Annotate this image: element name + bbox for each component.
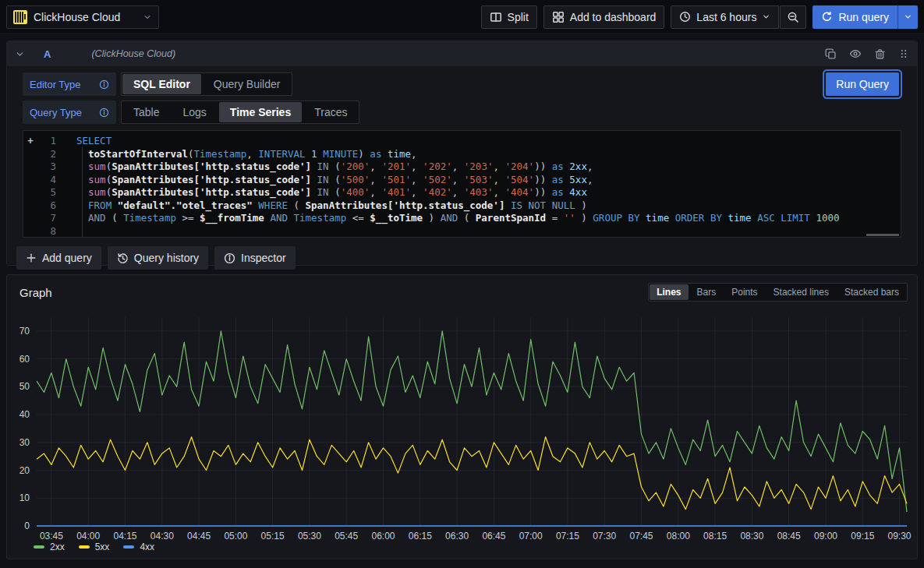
svg-text:70: 70: [19, 326, 30, 337]
mode-stacked-lines[interactable]: Stacked lines: [766, 284, 836, 300]
legend-label-5xx: 5xx: [95, 542, 110, 552]
indent-guide: [82, 147, 83, 238]
duplicate-query-button[interactable]: [825, 48, 837, 60]
info-icon[interactable]: [99, 79, 109, 90]
mode-points[interactable]: Points: [724, 284, 764, 300]
chart-legend: 2xx 5xx 4xx: [34, 542, 917, 552]
panel-title: Graph: [19, 286, 52, 299]
grip-icon: [898, 48, 909, 59]
svg-text:06:30: 06:30: [445, 531, 469, 542]
svg-text:08:30: 08:30: [740, 531, 763, 542]
svg-text:30: 30: [19, 437, 30, 448]
legend-label-2xx: 2xx: [50, 542, 65, 552]
time-range-label: Last 6 hours: [696, 11, 756, 23]
svg-text:04:30: 04:30: [150, 531, 174, 542]
code-lines: +1SELECT2 toStartOfInterval(Timestamp, I…: [23, 135, 901, 238]
collapse-chevron-icon[interactable]: [15, 49, 25, 59]
info-icon[interactable]: [99, 108, 109, 118]
legend-item-4xx[interactable]: 4xx: [123, 542, 154, 552]
svg-text:03:45: 03:45: [40, 531, 63, 542]
legend-swatch-2xx: [34, 545, 44, 549]
info-circle-icon: [224, 252, 235, 264]
drag-handle[interactable]: [898, 48, 909, 59]
clickhouse-logo-icon: [13, 10, 27, 24]
tab-table[interactable]: Table: [122, 102, 170, 122]
svg-text:06:45: 06:45: [482, 531, 505, 542]
mode-lines[interactable]: Lines: [650, 284, 688, 300]
editor-type-label: Editor Type: [30, 79, 81, 90]
svg-text:50: 50: [19, 381, 30, 392]
inspector-button[interactable]: Inspector: [214, 246, 296, 270]
inspector-label: Inspector: [241, 252, 286, 264]
query-row-header[interactable]: A (ClickHouse Cloud): [7, 41, 917, 66]
zoom-out-icon: [787, 11, 799, 23]
split-button[interactable]: Split: [481, 5, 537, 29]
tab-time-series[interactable]: Time Series: [219, 102, 302, 122]
svg-text:09:00: 09:00: [814, 531, 837, 542]
plus-icon: [26, 252, 37, 263]
svg-text:05:45: 05:45: [335, 531, 358, 542]
editor-horizontal-scrollbar[interactable]: [866, 234, 899, 236]
svg-text:06:15: 06:15: [409, 531, 432, 542]
run-query-button[interactable]: Run Query: [826, 72, 899, 96]
add-to-dashboard-button[interactable]: Add to dashboard: [543, 5, 665, 29]
sql-code-editor[interactable]: +1SELECT2 toStartOfInterval(Timestamp, I…: [23, 130, 901, 238]
run-query-toolbar-button[interactable]: Run query: [812, 5, 897, 29]
toggle-visibility-button[interactable]: [849, 48, 862, 60]
datasource-picker[interactable]: ClickHouse Cloud: [6, 5, 159, 29]
graph-header: Graph Lines Bars Points Stacked lines St…: [7, 275, 917, 305]
sql-editor-toggle[interactable]: SQL Editor: [122, 74, 201, 94]
svg-text:09:15: 09:15: [851, 531, 874, 542]
svg-text:08:00: 08:00: [667, 531, 690, 542]
chevron-down-icon: [143, 12, 152, 22]
query-type-chip: Query Type: [23, 101, 116, 124]
chevron-down-icon: [904, 12, 912, 21]
svg-text:08:45: 08:45: [777, 531, 801, 542]
trash-icon: [874, 48, 886, 60]
time-range-picker[interactable]: Last 6 hours: [671, 5, 779, 29]
time-series-chart[interactable]: 03:4504:0004:1504:3004:4505:0005:1505:30…: [13, 306, 912, 542]
query-history-button[interactable]: Query history: [108, 246, 208, 270]
editor-type-row: Editor Type SQL Editor Query Builder Run…: [23, 72, 901, 96]
legend-swatch-4xx: [123, 545, 134, 549]
query-actions-row: Add query Query history Inspector: [7, 238, 917, 278]
run-query-split-button: Run query: [812, 5, 918, 29]
mode-stacked-bars[interactable]: Stacked bars: [837, 284, 906, 300]
datasource-hint: (ClickHouse Cloud): [91, 48, 175, 59]
run-query-dropdown[interactable]: [897, 5, 918, 29]
svg-text:05:15: 05:15: [261, 531, 285, 542]
chevron-down-icon: [762, 12, 770, 21]
svg-text:07:15: 07:15: [556, 531, 579, 542]
add-query-label: Add query: [42, 252, 92, 264]
datasource-name: ClickHouse Cloud: [34, 11, 136, 23]
svg-text:06:00: 06:00: [371, 531, 395, 542]
remove-query-button[interactable]: [874, 48, 886, 60]
split-label: Split: [508, 11, 529, 23]
graph-style-toggle: Lines Bars Points Stacked lines Stacked …: [648, 283, 908, 302]
chart-area: 03:4504:0004:1504:3004:4505:0005:1505:30…: [7, 305, 917, 542]
legend-item-2xx[interactable]: 2xx: [34, 542, 65, 552]
svg-text:10: 10: [19, 492, 30, 503]
legend-item-5xx[interactable]: 5xx: [79, 542, 110, 552]
query-builder-toggle[interactable]: Query Builder: [203, 74, 292, 94]
svg-text:04:00: 04:00: [76, 531, 100, 542]
apps-icon: [552, 11, 565, 23]
query-history-label: Query history: [134, 252, 199, 264]
editor-type-toggle: SQL Editor Query Builder: [121, 72, 292, 96]
svg-text:0: 0: [24, 520, 30, 531]
clock-icon: [679, 11, 691, 23]
history-icon: [117, 252, 129, 264]
zoom-out-button[interactable]: [780, 5, 806, 29]
svg-text:07:00: 07:00: [519, 531, 543, 542]
editor-type-chip: Editor Type: [23, 72, 116, 96]
svg-text:05:00: 05:00: [224, 531, 247, 542]
tab-logs[interactable]: Logs: [172, 102, 217, 122]
svg-text:07:45: 07:45: [629, 531, 653, 542]
add-query-button[interactable]: Add query: [16, 246, 101, 270]
mode-bars[interactable]: Bars: [690, 284, 724, 300]
tab-traces[interactable]: Traces: [303, 102, 358, 122]
add-to-dashboard-label: Add to dashboard: [570, 11, 657, 23]
query-editor-panel: A (ClickHouse Cloud) Editor Type SQL: [6, 41, 918, 266]
query-type-tabs: Table Logs Time Series Traces: [121, 101, 359, 124]
svg-text:04:15: 04:15: [113, 531, 136, 542]
